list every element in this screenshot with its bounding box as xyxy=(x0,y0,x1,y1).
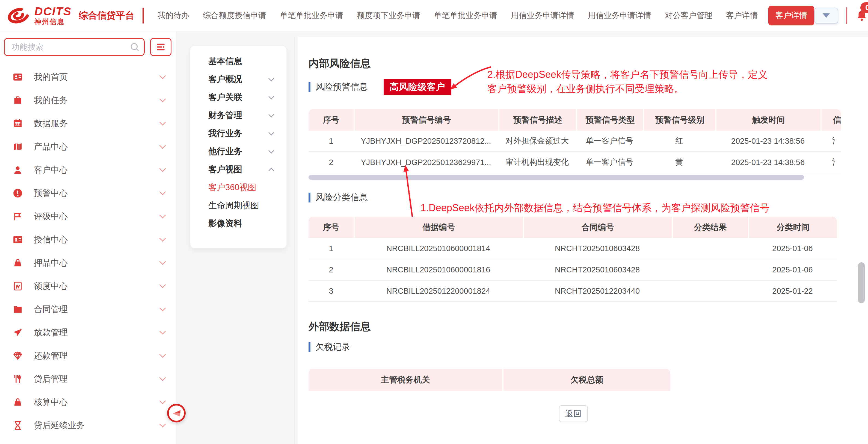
chevron-down-icon xyxy=(159,351,166,358)
warning-signal-table: 序号 预警信号编号 预警信号描述 预警信号类型 预警信号级别 触发时间 信 1 … xyxy=(309,109,841,173)
top-right-controls: 0 xyxy=(814,7,868,24)
logo-divider xyxy=(143,8,144,24)
nav-item-active[interactable]: 客户详情 xyxy=(768,6,814,25)
chevron-down-icon xyxy=(269,112,274,117)
nav-item[interactable]: 用信业务申请详情 xyxy=(581,10,658,21)
sidebar-item-loan-renewal[interactable]: 贷后延续业务 xyxy=(0,414,176,437)
submenu-label: 财务管理 xyxy=(208,110,242,121)
sidebar-item-warnings[interactable]: 预警中心 xyxy=(0,181,176,205)
sidebar-item-limits[interactable]: 额度中心 xyxy=(0,274,176,298)
sidebar-item-tasks[interactable]: 我的任务 xyxy=(0,89,176,112)
sidebar-item-contracts[interactable]: 合同管理 xyxy=(0,298,176,321)
function-search xyxy=(4,38,145,56)
hamburger-icon xyxy=(155,41,166,53)
chevron-down-icon xyxy=(269,93,274,99)
chevron-down-icon xyxy=(159,258,166,265)
map-icon xyxy=(12,142,23,152)
user-icon xyxy=(12,165,23,175)
nav-item[interactable]: 单笔单批业务申请 xyxy=(273,10,350,21)
annotation-propagation: 2.根据DeepSeek传导策略，将客户名下预警信号向上传导，定义 客户预警级别… xyxy=(487,67,768,96)
table-row[interactable]: 1 NRCBILL2025010600001814 NRCHT202501060… xyxy=(309,238,837,259)
briefcase-icon xyxy=(12,95,23,106)
chevron-down-icon xyxy=(159,96,166,102)
sidebar-item-label: 评级中心 xyxy=(34,211,68,222)
bag-icon xyxy=(12,397,23,407)
chevron-down-icon xyxy=(159,119,166,125)
high-risk-badge: 高风险级客户 xyxy=(383,79,451,95)
table-header-row: 主管税务机关 欠税总额 xyxy=(309,369,670,391)
nav-item[interactable]: 单笔单批业务申请 xyxy=(427,10,504,21)
nav-dropdown-button[interactable] xyxy=(814,8,838,24)
notification-button[interactable]: 0 xyxy=(856,9,868,22)
nav-item[interactable]: 我的待办 xyxy=(151,10,196,21)
submenu-item-customer-view[interactable]: 客户视图 xyxy=(190,160,286,178)
submenu-item-customer-360[interactable]: 客户360视图 xyxy=(190,178,286,197)
submenu-label: 客户关联 xyxy=(208,92,242,103)
sidebar-item-data-service[interactable]: 数据服务 xyxy=(0,112,176,135)
top-bar: DCITS 神州信息 综合信贷平台 我的待办 综合额度授信申请 单笔单批业务申请… xyxy=(0,0,868,31)
table-row[interactable]: 3 NRCBILL2025012200001824 NRCHT202501220… xyxy=(309,280,837,302)
sidebar-item-rating[interactable]: 评级中心 xyxy=(0,205,176,228)
chevron-down-icon xyxy=(159,72,166,79)
sidebar-item-label: 合同管理 xyxy=(34,303,68,315)
submenu-item-customer-relations[interactable]: 客户关联 xyxy=(190,88,286,106)
tax-arrears-section-header: 欠税记录 xyxy=(309,340,350,354)
table-row[interactable]: 1 YJBHYJXH_DGP20250123720812... 对外担保金额过大… xyxy=(309,130,841,152)
calendar-icon xyxy=(12,118,23,129)
section-bar xyxy=(309,82,310,92)
section-bar xyxy=(309,342,310,352)
table-header-row: 序号 借据编号 合同编号 分类结果 分类时间 xyxy=(309,217,837,238)
doc-w-icon xyxy=(12,281,23,291)
sidebar-item-label: 客户中心 xyxy=(34,164,68,176)
submenu-item-lifecycle-view[interactable]: 生命周期视图 xyxy=(190,197,286,214)
chevron-down-icon xyxy=(159,305,166,311)
submenu-label: 基本信息 xyxy=(208,56,242,67)
sidebar-item-collateral[interactable]: 押品中心 xyxy=(0,251,176,274)
alert-icon xyxy=(12,188,23,198)
table-row[interactable]: 2 YJBHYJXH_DGP20250123629971... 审计机构出现变化… xyxy=(309,152,841,173)
sidebar-item-label: 额度中心 xyxy=(34,280,68,292)
submenu-item-our-bank[interactable]: 我行业务 xyxy=(190,124,286,142)
sidebar-item-accounting[interactable]: 核算中心 xyxy=(0,390,176,414)
sidebar-item-repayment[interactable]: 还款管理 xyxy=(0,344,176,367)
sidebar-collapse-button[interactable] xyxy=(167,404,186,422)
nav-item[interactable]: 客户详情 xyxy=(719,10,765,21)
internal-risk-title: 内部风险信息 xyxy=(309,57,371,70)
hourglass-icon xyxy=(12,420,23,431)
nav-item[interactable]: 额度项下业务申请 xyxy=(350,10,427,21)
chevron-down-icon xyxy=(159,397,166,404)
submenu-item-other-bank[interactable]: 他行业务 xyxy=(190,142,286,160)
submenu-label: 客户视图 xyxy=(208,164,242,175)
search-input[interactable] xyxy=(4,38,145,56)
sidebar-item-disbursement[interactable]: 放款管理 xyxy=(0,321,176,344)
nav-item[interactable]: 对公客户管理 xyxy=(658,10,719,21)
logo: DCITS 神州信息 综合信贷平台 xyxy=(0,6,151,25)
idcard-icon xyxy=(12,234,23,245)
menu-collapse-button[interactable] xyxy=(150,38,172,56)
left-sidebar: 我的首页 我的任务 数据服务 产品中心 客户中心 预警中心 xyxy=(0,31,177,444)
product-title: 综合信贷平台 xyxy=(79,9,134,22)
sidebar-item-post-loan[interactable]: 贷后管理 xyxy=(0,367,176,390)
annotation-detection: 1.DeepSeek依托内外部数据信息，结合预警信号体系，为客户探测风险预警信号 xyxy=(421,201,769,215)
sidebar-item-products[interactable]: 产品中心 xyxy=(0,135,176,158)
submenu-item-basic-info[interactable]: 基本信息 xyxy=(190,52,286,70)
nav-item[interactable]: 用信业务申请详情 xyxy=(504,10,581,21)
chevron-down-icon xyxy=(159,188,166,195)
back-button[interactable]: 返回 xyxy=(559,405,588,422)
brand-swirl-icon xyxy=(5,6,32,25)
table-row[interactable]: 2 NRCBILL2025010600001816 NRCHT202501060… xyxy=(309,259,837,280)
sidebar-item-credit[interactable]: 授信中心 xyxy=(0,228,176,251)
submenu-item-image-files[interactable]: 影像资料 xyxy=(190,214,286,233)
submenu-item-customer-overview[interactable]: 客户概况 xyxy=(190,70,286,88)
sidebar-item-customers[interactable]: 客户中心 xyxy=(0,158,176,181)
sidebar-item-label: 授信中心 xyxy=(34,234,68,245)
sidebar-item-label: 押品中心 xyxy=(34,257,68,269)
vertical-scrollbar[interactable] xyxy=(858,262,865,303)
sidebar-item-label: 我的首页 xyxy=(34,71,68,83)
section-label: 风险分类信息 xyxy=(315,191,368,204)
horizontal-scrollbar[interactable] xyxy=(309,175,804,180)
chevron-down-icon xyxy=(823,13,830,18)
submenu-item-finance[interactable]: 财务管理 xyxy=(190,106,286,124)
sidebar-item-home[interactable]: 我的首页 xyxy=(0,65,176,89)
nav-item[interactable]: 综合额度授信申请 xyxy=(196,10,273,21)
